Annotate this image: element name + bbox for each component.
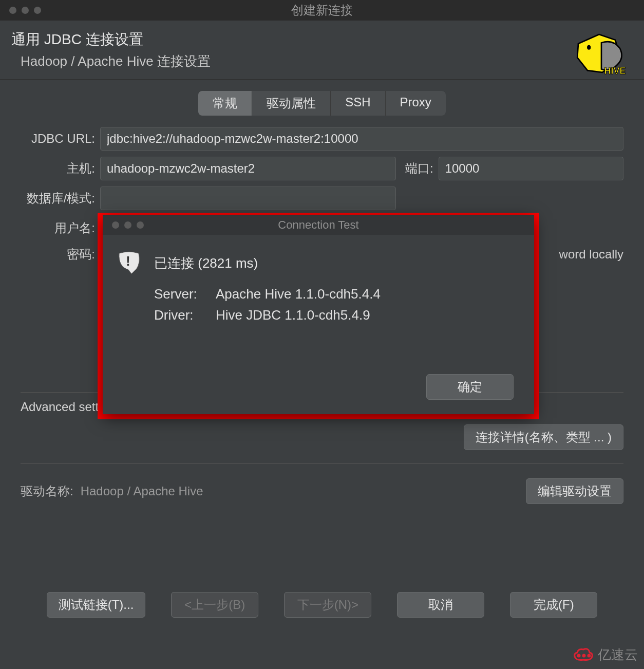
password-label: 密码: <box>21 246 100 263</box>
connection-details-button[interactable]: 连接详情(名称、类型 ... ) <box>464 424 623 450</box>
host-label: 主机: <box>21 160 100 177</box>
wizard-buttons: 测试链接(T)... <上一步(B) 下一步(N)> 取消 完成(F) <box>0 592 644 618</box>
page-title: 通用 JDBC 连接设置 <box>11 30 211 49</box>
connected-status: 已连接 (2821 ms) <box>154 254 258 272</box>
dialog-header: 通用 JDBC 连接设置 Hadoop / Apache Hive 连接设置 H… <box>0 21 644 80</box>
server-value: Apache Hive 1.1.0-cdh5.4.4 <box>216 286 381 302</box>
jdbc-url-input[interactable] <box>100 127 623 151</box>
tab-ssh[interactable]: SSH <box>331 91 385 116</box>
database-label: 数据库/模式: <box>21 190 100 207</box>
edit-driver-button[interactable]: 编辑驱动设置 <box>526 478 623 504</box>
window-titlebar: 创建新连接 <box>0 0 644 21</box>
connection-test-dialog: Connection Test ! 已连接 (2821 ms) Server: … <box>103 215 534 414</box>
watermark-icon <box>572 647 594 663</box>
port-input[interactable] <box>439 157 623 180</box>
tab-driver-props[interactable]: 驱动属性 <box>252 91 331 116</box>
next-button: 下一步(N)> <box>284 592 371 618</box>
username-label: 用户名: <box>21 220 100 236</box>
driver-label: Driver: <box>154 307 216 323</box>
tab-proxy[interactable]: Proxy <box>386 91 446 116</box>
driver-name-label: 驱动名称: <box>21 483 73 499</box>
svg-point-0 <box>587 45 591 50</box>
tabs: 常规 驱动属性 SSH Proxy <box>198 91 446 116</box>
watermark-text: 亿速云 <box>598 646 638 664</box>
save-password-partial-text: word locally <box>559 247 623 262</box>
dialog-title: Connection Test <box>103 218 534 232</box>
hive-logo-icon: HIVE <box>573 30 630 76</box>
jdbc-url-label: JDBC URL: <box>21 132 100 146</box>
tab-general[interactable]: 常规 <box>198 91 252 116</box>
finish-button[interactable]: 完成(F) <box>510 592 597 618</box>
host-input[interactable] <box>100 157 396 180</box>
cancel-button[interactable]: 取消 <box>397 592 484 618</box>
port-label: 端口: <box>405 160 433 177</box>
driver-value: Hive JDBC 1.1.0-cdh5.4.9 <box>216 307 370 323</box>
svg-text:!: ! <box>126 253 130 269</box>
page-subtitle: Hadoop / Apache Hive 连接设置 <box>21 52 211 70</box>
info-icon: ! <box>117 251 141 275</box>
svg-text:HIVE: HIVE <box>604 66 626 76</box>
watermark: 亿速云 <box>572 646 638 664</box>
svg-point-5 <box>588 654 591 657</box>
driver-name-value: Hadoop / Apache Hive <box>81 484 203 498</box>
divider <box>21 463 623 464</box>
test-connection-button[interactable]: 测试链接(T)... <box>47 592 146 618</box>
ok-button[interactable]: 确定 <box>426 374 514 400</box>
window-title: 创建新连接 <box>0 2 644 18</box>
svg-point-3 <box>577 654 581 657</box>
database-input[interactable] <box>100 187 396 210</box>
back-button: <上一步(B) <box>171 592 258 618</box>
dialog-titlebar: Connection Test <box>103 215 534 235</box>
server-label: Server: <box>154 286 216 302</box>
svg-point-4 <box>582 654 586 657</box>
